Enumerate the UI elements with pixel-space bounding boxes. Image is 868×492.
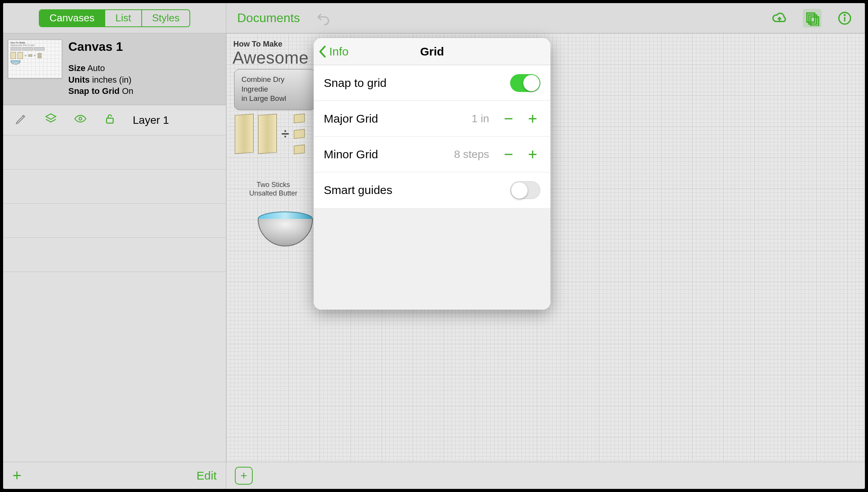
settings-list: Snap to grid Major Grid 1 in Minor Grid … xyxy=(314,65,550,208)
back-label: Info xyxy=(329,45,349,58)
butter-group[interactable]: ÷ xyxy=(235,114,305,154)
list-item xyxy=(3,238,226,272)
canvas-meta: Canvas 1 Size Auto Units inches (in) Sna… xyxy=(68,40,221,97)
tab-canvases[interactable]: Canvases xyxy=(40,10,106,26)
layer-name: Layer 1 xyxy=(133,114,169,126)
smart-label: Smart guides xyxy=(324,184,392,197)
canvas-card[interactable]: How To Make Awesome Pie Crust + + Canvas… xyxy=(3,33,226,105)
doc-title: Awesome P xyxy=(233,48,325,68)
butter-stick xyxy=(235,114,253,154)
undo-button[interactable] xyxy=(314,9,333,28)
tab-list[interactable]: List xyxy=(105,10,142,26)
smart-toggle[interactable] xyxy=(510,181,540,199)
documents-button[interactable]: Documents xyxy=(237,11,300,25)
units-value: inches (in) xyxy=(92,75,131,85)
canvas-title: Canvas 1 xyxy=(68,40,221,54)
combine-line2: in Large Bowl xyxy=(241,94,286,102)
row-minor-grid: Minor Grid 8 steps xyxy=(314,137,550,172)
grid-popover: Info Grid Snap to grid Major Grid 1 in M… xyxy=(314,38,550,310)
main-toolbar: Documents xyxy=(226,3,578,33)
size-value: Auto xyxy=(87,63,105,73)
list-item xyxy=(3,135,226,170)
minor-label: Minor Grid xyxy=(324,148,378,161)
snap-value: On xyxy=(122,86,133,96)
combine-box[interactable]: Combine Dry Ingredie in Large Bowl xyxy=(234,69,316,110)
popover-fill xyxy=(314,208,550,310)
butter-cube xyxy=(294,114,305,123)
major-value: 1 in xyxy=(472,113,489,125)
layers-icon[interactable] xyxy=(44,112,57,128)
layer-row[interactable]: Layer 1 xyxy=(3,105,226,135)
eye-icon[interactable] xyxy=(74,112,87,128)
back-button[interactable]: Info xyxy=(318,45,349,59)
svg-point-0 xyxy=(79,118,82,120)
minor-plus-button[interactable] xyxy=(525,147,540,162)
butter-stick xyxy=(258,114,277,154)
size-label: Size xyxy=(68,63,85,73)
popover-title: Grid xyxy=(314,45,550,58)
minor-minus-button[interactable] xyxy=(501,147,516,162)
pencil-icon[interactable] xyxy=(15,112,28,128)
sidebar-top: Canvases List Styles xyxy=(3,3,226,33)
divide-icon: ÷ xyxy=(281,126,289,142)
sidebar: Canvases List Styles How To Make Awesome… xyxy=(3,3,226,320)
doc-subtitle: How To Make xyxy=(233,40,282,49)
lock-open-icon[interactable] xyxy=(103,112,116,128)
canvas-thumbnail: How To Make Awesome Pie Crust + + xyxy=(8,40,62,78)
list-item xyxy=(3,204,226,238)
segmented-control: Canvases List Styles xyxy=(39,9,191,27)
major-label: Major Grid xyxy=(324,112,378,125)
list-item xyxy=(3,170,226,204)
snap-toggle[interactable] xyxy=(510,74,540,92)
row-smart-guides: Smart guides xyxy=(314,172,550,208)
butter-cube xyxy=(294,129,305,139)
tab-styles[interactable]: Styles xyxy=(142,10,190,26)
snap-label: Snap to Grid xyxy=(68,86,120,96)
butter-label: Two Sticks Unsalted Butter xyxy=(244,181,302,197)
row-snap-to-grid: Snap to grid xyxy=(314,65,550,101)
popover-header: Info Grid xyxy=(314,38,550,65)
row-major-grid: Major Grid 1 in xyxy=(314,101,550,137)
major-plus-button[interactable] xyxy=(525,111,540,126)
snap-label: Snap to grid xyxy=(324,76,387,90)
bowl-shape[interactable] xyxy=(254,208,316,256)
major-minus-button[interactable] xyxy=(501,111,516,126)
butter-cube xyxy=(294,145,305,154)
minor-value: 8 steps xyxy=(454,148,489,161)
combine-line1: Combine Dry Ingredie xyxy=(241,75,285,93)
svg-rect-1 xyxy=(107,118,113,123)
units-label: Units xyxy=(68,75,90,85)
